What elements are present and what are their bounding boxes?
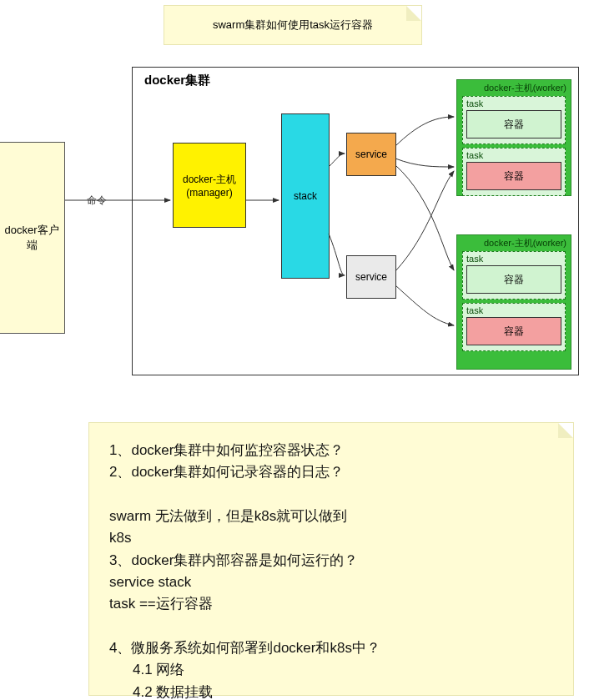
notes-note: 1、docker集群中如何监控容器状态？ 2、docker集群如何记录容器的日志…: [88, 422, 574, 696]
container-box: 容器: [466, 317, 561, 345]
diagram-canvas: docker客户端 命令 docker集群 docker-主机(manager)…: [0, 67, 594, 384]
task-label: task: [466, 305, 561, 315]
container-label: 容器: [504, 118, 524, 132]
note-fold: [558, 423, 573, 438]
task-label: task: [466, 150, 561, 160]
note-line: 1、docker集群中如何监控容器状态？: [109, 440, 553, 461]
stack-node: stack: [281, 113, 330, 279]
worker-node-1: docker-主机(worker) task 容器 task 容器: [456, 79, 571, 196]
container-label: 容器: [504, 325, 524, 339]
worker2-task-1: task 容器: [462, 251, 566, 300]
service-node-2: service: [346, 255, 396, 299]
container-box: 容器: [466, 162, 561, 190]
note-line: 4、微服务系统如何部署到docker和k8s中？: [109, 637, 553, 659]
worker-node-2: docker-主机(worker) task 容器 task 容器: [456, 234, 571, 370]
service1-label: service: [355, 149, 387, 160]
note-line: 4.2 数据挂载: [109, 682, 553, 700]
service-node-1: service: [346, 133, 396, 176]
manager-node: docker-主机(manager): [173, 143, 246, 228]
task-label: task: [466, 98, 561, 108]
client-node: docker客户端: [0, 142, 65, 334]
worker2-task-2: task 容器: [462, 303, 566, 351]
note-line: task ==运行容器: [109, 593, 553, 615]
edge-label-command: 命令: [87, 194, 107, 208]
container-box: 容器: [466, 265, 561, 294]
task-label: task: [466, 254, 561, 264]
container-box: 容器: [466, 110, 561, 138]
note-fold: [406, 6, 421, 21]
note-line: 2、docker集群如何记录容器的日志？: [109, 461, 553, 483]
title-text: swarm集群如何使用task运行容器: [213, 18, 373, 33]
note-line: service stack: [109, 572, 553, 593]
worker1-task-2: task 容器: [462, 148, 566, 196]
service2-label: service: [355, 271, 387, 283]
title-note: swarm集群如何使用task运行容器: [164, 5, 422, 45]
cluster-group: docker集群 docker-主机(manager) stack servic…: [132, 67, 579, 375]
note-line: 3、docker集群内部容器是如何运行的？: [109, 550, 553, 572]
note-line: k8s: [109, 527, 553, 549]
worker1-task-1: task 容器: [462, 96, 566, 144]
worker1-label: docker-主机(worker): [457, 80, 571, 94]
container-label: 容器: [504, 273, 524, 287]
stack-label: stack: [294, 190, 317, 202]
note-line: 4.1 网络: [109, 659, 553, 681]
cluster-label: docker集群: [144, 73, 210, 88]
manager-label: docker-主机(manager): [174, 173, 245, 199]
container-label: 容器: [504, 169, 524, 184]
note-line: swarm 无法做到，但是k8s就可以做到: [109, 506, 553, 527]
client-label: docker客户端: [0, 223, 64, 253]
worker2-label: docker-主机(worker): [457, 235, 571, 249]
